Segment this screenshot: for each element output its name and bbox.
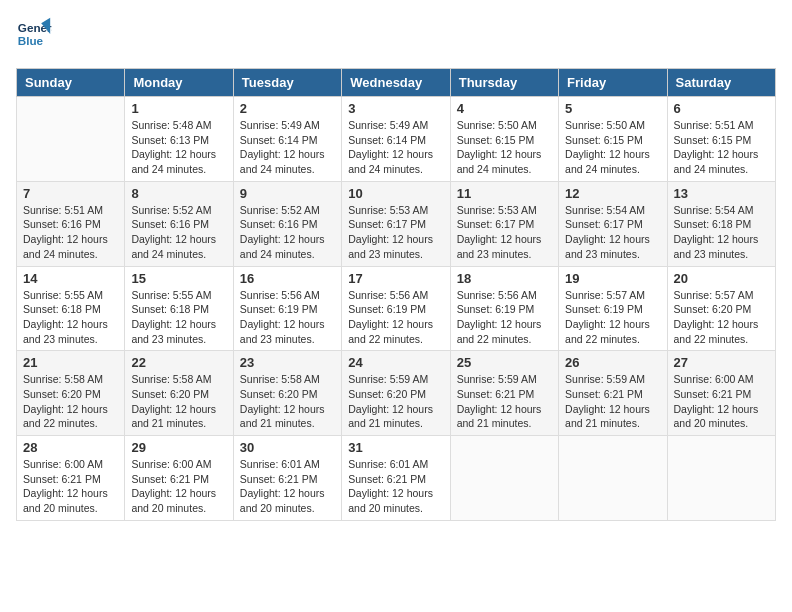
day-info: Sunrise: 5:50 AM Sunset: 6:15 PM Dayligh… xyxy=(457,118,552,177)
calendar-cell: 28Sunrise: 6:00 AM Sunset: 6:21 PM Dayli… xyxy=(17,436,125,521)
day-info: Sunrise: 5:55 AM Sunset: 6:18 PM Dayligh… xyxy=(131,288,226,347)
calendar-cell: 3Sunrise: 5:49 AM Sunset: 6:14 PM Daylig… xyxy=(342,97,450,182)
calendar-cell: 12Sunrise: 5:54 AM Sunset: 6:17 PM Dayli… xyxy=(559,181,667,266)
calendar-cell: 1Sunrise: 5:48 AM Sunset: 6:13 PM Daylig… xyxy=(125,97,233,182)
day-info: Sunrise: 5:52 AM Sunset: 6:16 PM Dayligh… xyxy=(240,203,335,262)
page-header: General Blue xyxy=(16,16,776,52)
day-info: Sunrise: 5:50 AM Sunset: 6:15 PM Dayligh… xyxy=(565,118,660,177)
day-number: 2 xyxy=(240,101,335,116)
day-info: Sunrise: 5:58 AM Sunset: 6:20 PM Dayligh… xyxy=(240,372,335,431)
calendar-cell: 4Sunrise: 5:50 AM Sunset: 6:15 PM Daylig… xyxy=(450,97,558,182)
svg-text:Blue: Blue xyxy=(18,34,44,47)
calendar-cell: 21Sunrise: 5:58 AM Sunset: 6:20 PM Dayli… xyxy=(17,351,125,436)
day-info: Sunrise: 5:58 AM Sunset: 6:20 PM Dayligh… xyxy=(131,372,226,431)
day-info: Sunrise: 5:55 AM Sunset: 6:18 PM Dayligh… xyxy=(23,288,118,347)
day-info: Sunrise: 5:49 AM Sunset: 6:14 PM Dayligh… xyxy=(348,118,443,177)
calendar-cell: 20Sunrise: 5:57 AM Sunset: 6:20 PM Dayli… xyxy=(667,266,775,351)
day-number: 18 xyxy=(457,271,552,286)
calendar-cell: 15Sunrise: 5:55 AM Sunset: 6:18 PM Dayli… xyxy=(125,266,233,351)
calendar-cell: 30Sunrise: 6:01 AM Sunset: 6:21 PM Dayli… xyxy=(233,436,341,521)
calendar-cell: 26Sunrise: 5:59 AM Sunset: 6:21 PM Dayli… xyxy=(559,351,667,436)
day-info: Sunrise: 6:00 AM Sunset: 6:21 PM Dayligh… xyxy=(23,457,118,516)
day-header-wednesday: Wednesday xyxy=(342,69,450,97)
day-info: Sunrise: 5:57 AM Sunset: 6:19 PM Dayligh… xyxy=(565,288,660,347)
day-number: 15 xyxy=(131,271,226,286)
calendar-cell: 5Sunrise: 5:50 AM Sunset: 6:15 PM Daylig… xyxy=(559,97,667,182)
day-number: 23 xyxy=(240,355,335,370)
day-info: Sunrise: 6:01 AM Sunset: 6:21 PM Dayligh… xyxy=(240,457,335,516)
day-info: Sunrise: 5:53 AM Sunset: 6:17 PM Dayligh… xyxy=(348,203,443,262)
calendar-cell: 11Sunrise: 5:53 AM Sunset: 6:17 PM Dayli… xyxy=(450,181,558,266)
day-info: Sunrise: 5:52 AM Sunset: 6:16 PM Dayligh… xyxy=(131,203,226,262)
day-info: Sunrise: 5:56 AM Sunset: 6:19 PM Dayligh… xyxy=(348,288,443,347)
day-number: 27 xyxy=(674,355,769,370)
calendar-cell: 18Sunrise: 5:56 AM Sunset: 6:19 PM Dayli… xyxy=(450,266,558,351)
day-info: Sunrise: 5:54 AM Sunset: 6:18 PM Dayligh… xyxy=(674,203,769,262)
day-info: Sunrise: 5:56 AM Sunset: 6:19 PM Dayligh… xyxy=(240,288,335,347)
calendar-cell: 23Sunrise: 5:58 AM Sunset: 6:20 PM Dayli… xyxy=(233,351,341,436)
day-info: Sunrise: 5:51 AM Sunset: 6:15 PM Dayligh… xyxy=(674,118,769,177)
calendar-week-5: 28Sunrise: 6:00 AM Sunset: 6:21 PM Dayli… xyxy=(17,436,776,521)
day-number: 9 xyxy=(240,186,335,201)
day-info: Sunrise: 5:49 AM Sunset: 6:14 PM Dayligh… xyxy=(240,118,335,177)
day-number: 30 xyxy=(240,440,335,455)
calendar-cell: 16Sunrise: 5:56 AM Sunset: 6:19 PM Dayli… xyxy=(233,266,341,351)
day-header-saturday: Saturday xyxy=(667,69,775,97)
calendar-cell: 19Sunrise: 5:57 AM Sunset: 6:19 PM Dayli… xyxy=(559,266,667,351)
day-info: Sunrise: 5:58 AM Sunset: 6:20 PM Dayligh… xyxy=(23,372,118,431)
day-number: 6 xyxy=(674,101,769,116)
calendar-cell: 2Sunrise: 5:49 AM Sunset: 6:14 PM Daylig… xyxy=(233,97,341,182)
day-number: 16 xyxy=(240,271,335,286)
day-number: 1 xyxy=(131,101,226,116)
day-info: Sunrise: 5:59 AM Sunset: 6:21 PM Dayligh… xyxy=(565,372,660,431)
calendar-cell: 8Sunrise: 5:52 AM Sunset: 6:16 PM Daylig… xyxy=(125,181,233,266)
calendar-table: SundayMondayTuesdayWednesdayThursdayFrid… xyxy=(16,68,776,521)
day-info: Sunrise: 6:01 AM Sunset: 6:21 PM Dayligh… xyxy=(348,457,443,516)
calendar-cell: 10Sunrise: 5:53 AM Sunset: 6:17 PM Dayli… xyxy=(342,181,450,266)
day-number: 5 xyxy=(565,101,660,116)
calendar-cell: 14Sunrise: 5:55 AM Sunset: 6:18 PM Dayli… xyxy=(17,266,125,351)
calendar-cell: 13Sunrise: 5:54 AM Sunset: 6:18 PM Dayli… xyxy=(667,181,775,266)
day-number: 28 xyxy=(23,440,118,455)
day-number: 17 xyxy=(348,271,443,286)
day-info: Sunrise: 5:57 AM Sunset: 6:20 PM Dayligh… xyxy=(674,288,769,347)
day-number: 10 xyxy=(348,186,443,201)
day-number: 24 xyxy=(348,355,443,370)
calendar-cell: 29Sunrise: 6:00 AM Sunset: 6:21 PM Dayli… xyxy=(125,436,233,521)
calendar-cell xyxy=(559,436,667,521)
day-number: 21 xyxy=(23,355,118,370)
day-info: Sunrise: 5:54 AM Sunset: 6:17 PM Dayligh… xyxy=(565,203,660,262)
day-info: Sunrise: 6:00 AM Sunset: 6:21 PM Dayligh… xyxy=(131,457,226,516)
day-number: 8 xyxy=(131,186,226,201)
day-number: 13 xyxy=(674,186,769,201)
day-number: 25 xyxy=(457,355,552,370)
calendar-week-4: 21Sunrise: 5:58 AM Sunset: 6:20 PM Dayli… xyxy=(17,351,776,436)
day-number: 29 xyxy=(131,440,226,455)
day-header-sunday: Sunday xyxy=(17,69,125,97)
calendar-cell: 31Sunrise: 6:01 AM Sunset: 6:21 PM Dayli… xyxy=(342,436,450,521)
day-number: 3 xyxy=(348,101,443,116)
calendar-cell xyxy=(450,436,558,521)
day-info: Sunrise: 5:53 AM Sunset: 6:17 PM Dayligh… xyxy=(457,203,552,262)
calendar-week-2: 7Sunrise: 5:51 AM Sunset: 6:16 PM Daylig… xyxy=(17,181,776,266)
day-info: Sunrise: 5:59 AM Sunset: 6:21 PM Dayligh… xyxy=(457,372,552,431)
day-number: 26 xyxy=(565,355,660,370)
day-info: Sunrise: 6:00 AM Sunset: 6:21 PM Dayligh… xyxy=(674,372,769,431)
logo: General Blue xyxy=(16,16,56,52)
calendar-cell: 24Sunrise: 5:59 AM Sunset: 6:20 PM Dayli… xyxy=(342,351,450,436)
logo-icon: General Blue xyxy=(16,16,52,52)
day-header-friday: Friday xyxy=(559,69,667,97)
day-info: Sunrise: 5:56 AM Sunset: 6:19 PM Dayligh… xyxy=(457,288,552,347)
day-number: 7 xyxy=(23,186,118,201)
day-number: 20 xyxy=(674,271,769,286)
day-info: Sunrise: 5:48 AM Sunset: 6:13 PM Dayligh… xyxy=(131,118,226,177)
day-header-monday: Monday xyxy=(125,69,233,97)
day-header-thursday: Thursday xyxy=(450,69,558,97)
calendar-cell xyxy=(667,436,775,521)
calendar-header-row: SundayMondayTuesdayWednesdayThursdayFrid… xyxy=(17,69,776,97)
calendar-cell: 9Sunrise: 5:52 AM Sunset: 6:16 PM Daylig… xyxy=(233,181,341,266)
day-number: 31 xyxy=(348,440,443,455)
calendar-cell: 7Sunrise: 5:51 AM Sunset: 6:16 PM Daylig… xyxy=(17,181,125,266)
calendar-cell xyxy=(17,97,125,182)
calendar-cell: 25Sunrise: 5:59 AM Sunset: 6:21 PM Dayli… xyxy=(450,351,558,436)
